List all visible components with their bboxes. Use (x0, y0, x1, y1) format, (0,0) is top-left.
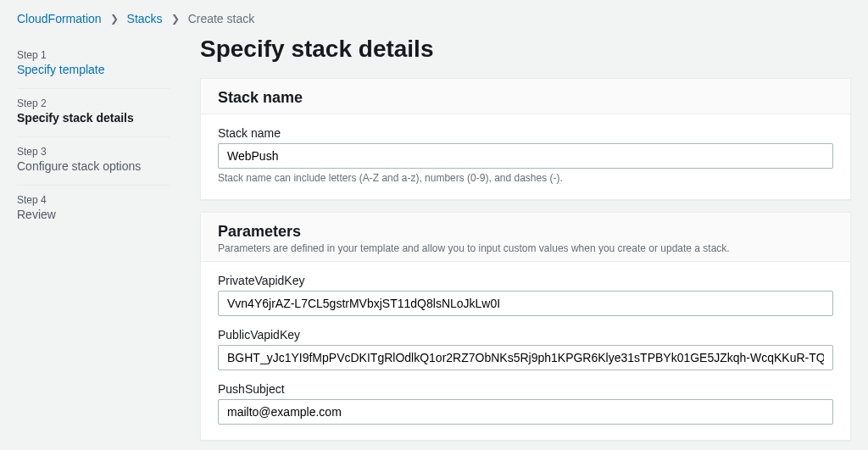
push-subject-input[interactable] (218, 399, 833, 425)
param-public-vapid-key: PublicVapidKey (218, 328, 833, 370)
page-title: Specify stack details (200, 36, 851, 63)
panel-description: Parameters are defined in your template … (218, 242, 833, 254)
step-number: Step 2 (17, 97, 170, 109)
breadcrumb: CloudFormation ❯ Stacks ❯ Create stack (0, 0, 868, 36)
wizard-step-4: Step 4 Review (17, 186, 170, 233)
field-label: PushSubject (218, 382, 833, 396)
chevron-right-icon: ❯ (110, 13, 119, 25)
step-number: Step 3 (17, 146, 170, 158)
panel-header: Stack name (201, 79, 850, 114)
step-number: Step 4 (17, 194, 170, 206)
step-title: Specify stack details (17, 111, 170, 125)
wizard-step-3: Step 3 Configure stack options (17, 137, 170, 186)
step-title: Configure stack options (17, 159, 170, 173)
step-number: Step 1 (17, 49, 170, 61)
wizard-step-1[interactable]: Step 1 Specify template (17, 41, 170, 89)
field-label: PublicVapidKey (218, 328, 833, 342)
stack-name-panel: Stack name Stack name Stack name can inc… (200, 78, 851, 200)
panel-heading: Parameters (218, 223, 833, 241)
private-vapid-key-input[interactable] (218, 291, 833, 316)
stack-name-input[interactable] (218, 143, 833, 169)
field-label: Stack name (218, 126, 833, 140)
step-title: Specify template (17, 63, 170, 76)
public-vapid-key-input[interactable] (218, 345, 833, 370)
param-push-subject: PushSubject (218, 382, 833, 425)
panel-heading: Stack name (218, 89, 833, 107)
wizard-step-2: Step 2 Specify stack details (17, 89, 170, 137)
step-title: Review (17, 208, 170, 221)
chevron-right-icon: ❯ (171, 13, 180, 25)
parameters-panel: Parameters Parameters are defined in you… (200, 212, 851, 441)
breadcrumb-cloudformation[interactable]: CloudFormation (17, 12, 102, 25)
stack-name-field: Stack name Stack name can include letter… (218, 126, 833, 184)
field-help: Stack name can include letters (A-Z and … (218, 172, 833, 184)
field-label: PrivateVapidKey (218, 274, 833, 287)
breadcrumb-current: Create stack (188, 12, 255, 25)
wizard-steps: Step 1 Specify template Step 2 Specify s… (17, 36, 170, 450)
param-private-vapid-key: PrivateVapidKey (218, 274, 833, 316)
breadcrumb-stacks[interactable]: Stacks (127, 12, 163, 25)
main-content: Specify stack details Stack name Stack n… (200, 36, 851, 450)
panel-header: Parameters Parameters are defined in you… (201, 213, 850, 262)
